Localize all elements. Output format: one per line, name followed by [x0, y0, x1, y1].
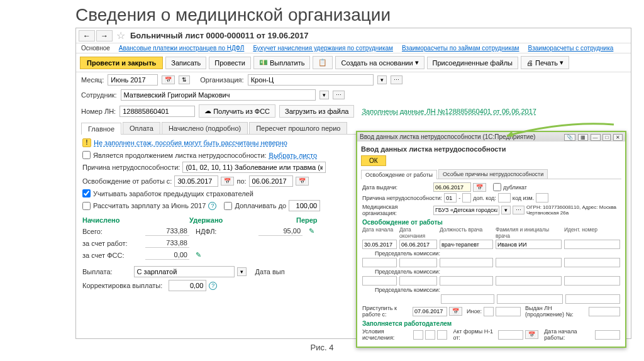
calendar-icon[interactable]: 📅 [473, 183, 486, 192]
topup-checkbox[interactable] [224, 202, 232, 210]
section-accounting[interactable]: Бухучет начисления удержания по сотрудни… [253, 45, 393, 52]
d3-name-input[interactable] [496, 276, 562, 286]
tab-accrued[interactable]: Начислено (подробно) [162, 122, 248, 134]
minimize-icon[interactable]: — [591, 134, 601, 141]
correction-input[interactable] [169, 280, 206, 291]
post-button[interactable]: Провести [209, 57, 251, 69]
edit-icon[interactable]: ✎ [196, 251, 201, 259]
duplicate-checkbox[interactable] [493, 183, 501, 191]
modal-heading: Ввод данных листка нетрудоспособности [361, 144, 621, 155]
help-icon[interactable]: ? [209, 282, 217, 290]
create-based-button[interactable]: Создать на основании ▾ [335, 56, 424, 69]
tab-recalc[interactable]: Пересчет прошлого перио [249, 122, 347, 134]
filled-data-link[interactable]: Заполнены данные ЛН №128885860401 от 06.… [362, 108, 536, 115]
d2-id-input[interactable] [564, 258, 620, 267]
d1-doc-input[interactable] [440, 240, 493, 249]
reason-code-input[interactable] [444, 193, 457, 203]
d3-name2-input[interactable] [497, 294, 563, 304]
calc-salary-checkbox[interactable] [82, 202, 91, 210]
stepper-icon[interactable]: ⇅ [179, 75, 190, 84]
print-button[interactable]: 🖨 Печать ▾ [521, 56, 569, 69]
favorite-icon[interactable]: ☆ [114, 30, 128, 42]
form-button[interactable]: 📋 [313, 56, 333, 69]
d3-id-input[interactable] [564, 276, 620, 286]
open-icon[interactable]: ⋯ [333, 91, 345, 99]
modal-tab-special[interactable]: Особые причины нетрудоспособности [438, 169, 548, 179]
add-code-input[interactable] [498, 193, 511, 203]
act-date-input[interactable] [498, 330, 523, 340]
d2-end-input[interactable] [399, 258, 437, 267]
edit-icon[interactable]: ✎ [309, 227, 314, 235]
open-icon[interactable]: ⋯ [513, 206, 525, 214]
dropdown-icon[interactable]: ▾ [377, 75, 387, 84]
calendar-icon[interactable]: 📅 [162, 75, 175, 84]
ok-button[interactable]: ОК [361, 155, 386, 166]
d2-doc-input[interactable] [440, 258, 493, 267]
code-change-input[interactable] [536, 193, 548, 203]
cond1-input[interactable] [413, 330, 423, 340]
org-input[interactable] [248, 74, 374, 86]
dropdown-icon[interactable]: ▾ [319, 91, 329, 99]
d3-doc-input[interactable] [440, 276, 493, 286]
attachments-button[interactable]: Присоединенные файлы [427, 57, 518, 69]
reason-code2-input[interactable] [462, 193, 471, 203]
reason-input[interactable] [182, 162, 326, 173]
continuation-checkbox[interactable] [82, 151, 91, 159]
d3-id2-input[interactable] [565, 294, 620, 304]
section-main[interactable]: Основное [81, 45, 110, 52]
section-ndfl[interactable]: Авансовые платежи иностранцев по НДФЛ [119, 45, 245, 52]
close-icon[interactable]: ✕ [613, 134, 623, 141]
get-fss-button[interactable]: ☁ Получить из ФСС [199, 104, 275, 118]
ln-input[interactable] [119, 106, 195, 117]
pay-button[interactable]: 💵Выплатить [253, 56, 310, 69]
forward-button[interactable]: → [96, 30, 113, 42]
cond3-input[interactable] [437, 330, 447, 340]
d2-name-input[interactable] [496, 258, 562, 267]
date-to-input[interactable] [249, 175, 293, 187]
date-issue-input[interactable] [433, 182, 471, 192]
employee-input[interactable] [121, 89, 316, 101]
post-close-button[interactable]: Провести и закрыть [80, 57, 163, 69]
cond2-input[interactable] [425, 330, 435, 340]
d1-id-input[interactable] [564, 240, 620, 249]
topup-input[interactable] [289, 200, 320, 211]
d1-name-input[interactable] [496, 240, 562, 249]
maximize-icon[interactable]: □ [602, 134, 611, 141]
payout-input[interactable] [134, 266, 235, 277]
d2-start-input[interactable] [362, 258, 397, 267]
section-loans[interactable]: Взаиморасчеты по займам сотрудникам [402, 45, 519, 52]
calendar-icon[interactable]: 📅 [221, 177, 234, 186]
help-icon[interactable]: ? [208, 202, 216, 210]
dropdown-icon[interactable]: ▾ [237, 267, 247, 276]
start-work-input[interactable] [413, 307, 447, 316]
prev-insurers-checkbox[interactable] [82, 189, 91, 197]
calendar-icon[interactable]: 📅 [525, 330, 538, 339]
date-from-input[interactable] [174, 175, 218, 187]
back-button[interactable]: ← [79, 30, 95, 42]
section-settlements[interactable]: Взаиморасчеты с сотрудника [528, 45, 614, 52]
modal-tab-release[interactable]: Освобождение от работы [361, 170, 437, 179]
work-start-input[interactable] [595, 330, 620, 340]
d1-end-input[interactable] [399, 240, 437, 249]
calc-icon[interactable]: ▦ [578, 134, 588, 141]
month-input[interactable] [108, 74, 158, 86]
save-button[interactable]: Записать [165, 57, 206, 69]
calendar-icon[interactable]: 📅 [296, 177, 309, 186]
d3-end-input[interactable] [399, 276, 437, 286]
warning-link[interactable]: Не заполнен стаж, пособия могут быть рас… [94, 139, 287, 147]
d1-start-input[interactable] [362, 240, 397, 249]
open-icon[interactable]: ⋯ [391, 75, 402, 84]
load-file-button[interactable]: Загрузить из файла [279, 105, 354, 118]
calendar-icon[interactable]: 📅 [449, 307, 462, 316]
d3-doc2-input[interactable] [441, 294, 494, 304]
tab-payment[interactable]: Оплата [123, 122, 160, 134]
dropdown-icon[interactable]: ▾ [501, 206, 511, 214]
continuation-pick-link[interactable]: Выбрать листо [269, 152, 317, 159]
d3-start-input[interactable] [362, 276, 397, 286]
tools-icon[interactable]: 📎 [564, 134, 575, 141]
other-date-input[interactable] [496, 307, 521, 316]
medorg-input[interactable] [433, 206, 499, 215]
other-code-input[interactable] [484, 307, 494, 316]
issued-cont-input[interactable] [589, 307, 620, 316]
tab-main[interactable]: Главное [81, 123, 121, 135]
